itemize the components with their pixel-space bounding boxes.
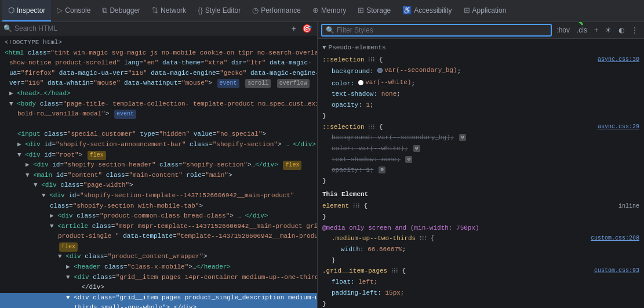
color-swatch-wrap[interactable]: var(--secondary_bg) <box>377 65 457 76</box>
tab-accessibility[interactable]: ♿ Accessibility <box>396 0 457 21</box>
style-rule-header: ::selection ⁝⁝⁝ async.css:29 { <box>322 122 639 133</box>
flex-badge[interactable]: flex <box>59 242 78 252</box>
event-badge[interactable]: event <box>217 79 239 88</box>
prop-opacity: opacity: <box>332 102 362 108</box>
cls-button[interactable]: .cls <box>574 25 590 35</box>
filter-inline-icon[interactable]: ⊘ <box>413 145 420 152</box>
html-line <box>0 119 317 130</box>
html-line: class="shopify-section with-mobile-tab"> <box>0 201 317 212</box>
filter-inline-icon[interactable]: ⊘ <box>405 156 412 163</box>
pseudo-marker: ⁝⁝⁝ <box>353 202 360 209</box>
console-icon: ▷ <box>57 6 63 15</box>
close-brace: } <box>322 212 639 223</box>
html-line: flex <box>0 242 317 252</box>
tab-application[interactable]: ⊞ Application <box>458 0 512 21</box>
html-line: ▼ <main id="content" class="main-content… <box>0 171 317 181</box>
html-line: show-notice product-scrolled" lang="en" … <box>0 58 317 68</box>
custom-css-link-2[interactable]: custom.css:93 <box>594 266 639 276</box>
async-css-link-2[interactable]: async.css:29 <box>598 122 639 132</box>
color-swatch[interactable] <box>377 68 383 73</box>
html-line-selected-cont[interactable]: thirds small--one-whole">…</div> <box>0 303 317 308</box>
search-input[interactable] <box>14 24 288 32</box>
style-property: color: var(--white) ; <box>322 77 639 89</box>
color-swatch-wrap[interactable]: var(--white) <box>358 77 411 88</box>
close-brace: } <box>322 176 639 187</box>
html-line: ▶ <div id="shopify-section-announcement-… <box>0 140 317 150</box>
overflow-badge[interactable]: overflow <box>277 79 310 88</box>
pseudo-marker: ⁝⁝⁝ <box>420 235 427 242</box>
search-actions: + 🎯 <box>290 24 314 33</box>
memory-icon: ⊕ <box>312 6 319 15</box>
source-link[interactable]: custom.css:268 <box>591 233 639 243</box>
add-rule-button[interactable]: + <box>592 25 601 35</box>
light-mode-button[interactable]: ☀ <box>603 25 614 35</box>
close-brace: } <box>322 111 639 122</box>
tab-network[interactable]: ⇅ Network <box>146 0 192 21</box>
async-css-link[interactable]: async.css:30 <box>598 55 639 64</box>
style-rule-header: ::selection ⁝⁝⁝ async.css:30 { <box>322 55 639 66</box>
tab-label-application: Application <box>472 6 507 15</box>
application-icon: ⊞ <box>464 6 470 15</box>
style-property: width: 66.66667%; <box>322 244 639 255</box>
style-property-strikethrough: opacity: 1; ⊘ <box>322 165 639 176</box>
event-badge[interactable]: event <box>114 110 136 119</box>
more-button[interactable]: ⋮ <box>629 25 641 35</box>
selector-line: .medium-up--two-thirds ⁝⁝⁝ custom.css:26… <box>322 233 639 244</box>
element-rule: element ⁝⁝⁝ inline { } <box>318 201 644 222</box>
tab-performance[interactable]: ◷ Performance <box>246 0 307 21</box>
style-property: background: var(--secondary_bg) ; <box>322 65 639 77</box>
tab-inspector[interactable]: ⬡ Inspector <box>2 0 51 21</box>
val-padding-left: 15px; <box>385 289 404 296</box>
html-panel: 🔍 + 🎯 <!DOCTYPE html> <html class="t1nt … <box>0 22 318 308</box>
tab-label-console: Console <box>65 6 90 15</box>
style-content: ▼ Pseudo-elements ::selection ⁝⁝⁝ async.… <box>318 39 644 308</box>
this-element-label: This Element <box>318 187 644 201</box>
html-line: ▼ <article class="m6pr m6pr-template--14… <box>0 222 317 232</box>
pseudo-elements-label: Pseudo-elements <box>329 42 386 53</box>
tab-storage[interactable]: ⊞ Storage <box>352 0 396 21</box>
html-line-selected[interactable]: ▼ <div class="grid__item pages product_s… <box>0 293 317 303</box>
pick-element-button[interactable]: 🎯 <box>300 24 314 33</box>
performance-icon: ◷ <box>252 6 259 15</box>
pseudo-marker: ⁝⁝⁝ <box>368 56 375 63</box>
source-link[interactable]: async.css:29 <box>598 122 639 132</box>
style-property: padding-left: 15px; <box>322 288 639 299</box>
media-query-line: @media only screen and (min-width: 750px… <box>322 223 639 234</box>
val-width: 66.66667% <box>368 246 402 253</box>
filter-inline-icon[interactable]: ⊘ <box>379 166 385 173</box>
flex-badge[interactable]: flex <box>283 161 301 170</box>
inspector-icon: ⬡ <box>8 6 14 15</box>
add-node-button[interactable]: + <box>290 24 298 33</box>
pseudo-elements-header[interactable]: ▼ Pseudo-elements <box>318 41 644 55</box>
dark-mode-button[interactable]: ◐ <box>616 25 627 35</box>
style-property-strikethrough: text-shadow: none; ⊘ <box>322 154 639 165</box>
source-link[interactable]: custom.css:93 <box>594 266 639 276</box>
html-line: ▼ <div id="root"> flex <box>0 150 317 161</box>
color-swatch[interactable] <box>358 80 363 85</box>
style-property: opacity: 1; <box>322 100 639 111</box>
style-panel: 🔍 :hov .cls + ☀ ◐ ⋮ <box>318 22 644 308</box>
filter-input[interactable] <box>337 26 547 34</box>
html-line: ▶ <div class="product-common-class bread… <box>0 211 317 222</box>
tab-debugger[interactable]: ⧉ Debugger <box>96 0 146 21</box>
custom-css-link[interactable]: custom.css:268 <box>591 233 639 243</box>
main-layout: 🔍 + 🎯 <!DOCTYPE html> <html class="t1nt … <box>0 22 644 308</box>
flex-badge[interactable]: flex <box>88 151 106 160</box>
open-brace: { <box>379 56 383 63</box>
scroll-badge[interactable]: scroll <box>245 79 271 88</box>
tab-label-inspector: Inspector <box>17 6 45 15</box>
filter-inline-icon[interactable]: ⊘ <box>459 134 466 141</box>
html-line: ▼ <div id="shopify-section-template--143… <box>0 191 317 201</box>
hov-button[interactable]: :hov <box>554 25 572 35</box>
html-line: ▶ <head>…</head> <box>0 89 317 99</box>
prop-color: color: var(--white); <box>332 145 408 152</box>
source-link[interactable]: async.css:30 <box>598 55 639 64</box>
media-rule: @media only screen and (min-width: 750px… <box>318 223 644 266</box>
tab-label-style-editor: Style Editor <box>205 6 241 15</box>
tab-style-editor[interactable]: {} Style Editor <box>192 0 246 21</box>
tab-console[interactable]: ▷ Console <box>51 0 96 21</box>
style-property: text-shadow: none; <box>322 89 639 100</box>
tab-memory[interactable]: ⊕ Memory <box>307 0 352 21</box>
style-rule: ::selection ⁝⁝⁝ async.css:30 { backgroun… <box>318 55 644 122</box>
prop-text-shadow: text-shadow: <box>332 90 377 97</box>
